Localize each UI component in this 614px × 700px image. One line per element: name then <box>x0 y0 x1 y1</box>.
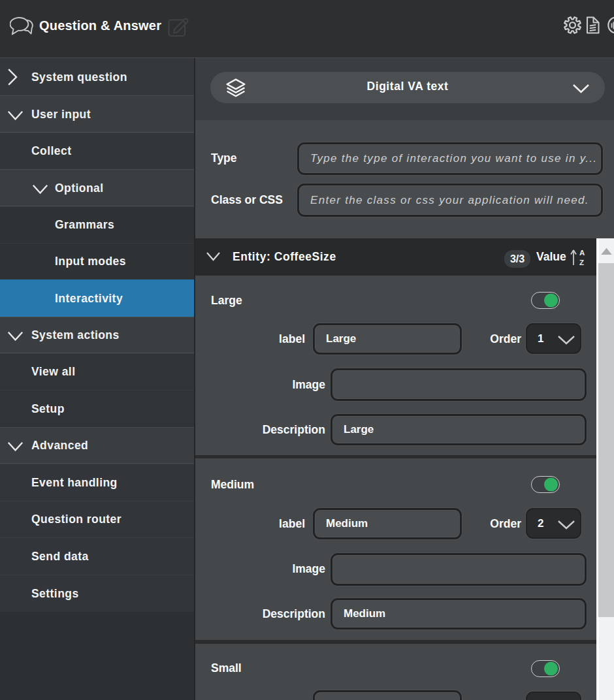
svg-text:A: A <box>579 249 585 257</box>
svg-text:Z: Z <box>579 259 584 266</box>
